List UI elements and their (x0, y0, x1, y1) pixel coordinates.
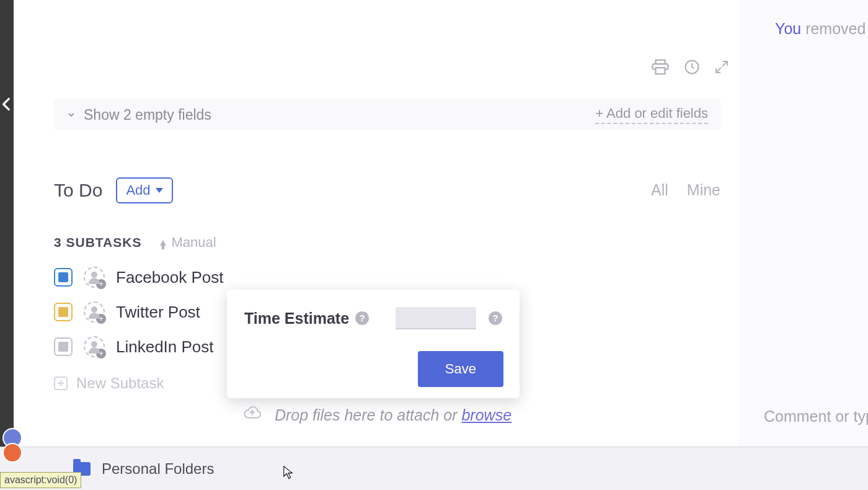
chevron-down-icon (66, 110, 76, 120)
subtasks-meta-row: 3 SUBTASKS Manual (54, 234, 216, 251)
subtasks-count-label: 3 SUBTASKS (54, 235, 141, 250)
activity-panel: You removed th Comment or typ (739, 0, 868, 447)
new-subtask-row[interactable]: New Subtask (54, 375, 223, 392)
expand-icon[interactable] (714, 60, 729, 74)
avatar[interactable] (2, 443, 22, 463)
subtask-title[interactable]: Facebook Post (116, 268, 223, 287)
status-bar-tooltip: avascript:void(0) (0, 472, 81, 488)
subtask-title[interactable]: Twitter Post (116, 303, 200, 322)
folder-label[interactable]: Personal Folders (102, 460, 214, 478)
svg-line-4 (716, 68, 721, 73)
plus-icon: + (96, 349, 106, 359)
time-estimate-popover: Time Estimate ? ? Save (227, 290, 520, 398)
subtask-list: + Facebook Post + Twitter Post + LinkedI… (54, 267, 223, 392)
show-empty-fields-toggle[interactable]: Show 2 empty fields (66, 107, 211, 123)
help-icon[interactable]: ? (489, 311, 502, 325)
task-detail-panel: Show 2 empty fields + Add or edit fields… (14, 0, 739, 447)
print-icon[interactable] (651, 58, 670, 76)
add-button-label: Add (126, 182, 150, 198)
help-icon[interactable]: ? (355, 311, 369, 325)
sort-mode-label: Manual (171, 234, 216, 251)
subtask-row: + LinkedIn Post (54, 336, 223, 357)
activity-text: removed th (801, 20, 868, 37)
background-folder-bar: Personal Folders (0, 447, 868, 490)
filter-all-tab[interactable]: All (651, 181, 668, 199)
dropzone-text: Drop files here to attach or (275, 406, 462, 424)
header-action-icons (651, 58, 729, 76)
todo-header-row: To Do Add (54, 177, 720, 203)
svg-rect-1 (656, 68, 665, 74)
svg-line-3 (722, 61, 727, 66)
activity-actor: You (775, 20, 801, 37)
subtask-title[interactable]: LinkedIn Post (116, 337, 214, 357)
plus-icon: + (96, 279, 106, 289)
show-empty-fields-label: Show 2 empty fields (84, 107, 211, 123)
subtask-row: + Facebook Post (54, 267, 223, 288)
caret-down-icon (156, 188, 163, 193)
time-estimate-label: Time Estimate (244, 310, 349, 327)
history-icon[interactable] (683, 58, 701, 76)
arrow-up-icon (160, 240, 166, 246)
status-box-icon[interactable] (54, 303, 73, 321)
plus-square-icon (54, 376, 68, 390)
time-estimate-input[interactable] (396, 307, 476, 329)
custom-fields-bar: Show 2 empty fields + Add or edit fields (54, 99, 720, 130)
close-panel-chevron-icon[interactable] (0, 93, 17, 118)
new-subtask-label: New Subtask (76, 375, 164, 392)
add-edit-fields-link[interactable]: + Add or edit fields (595, 105, 708, 124)
cloud-upload-icon (241, 404, 264, 426)
section-title: To Do (54, 180, 102, 201)
attachment-dropzone[interactable]: Drop files here to attach or browse (14, 404, 739, 426)
assignee-avatar[interactable]: + (84, 336, 105, 357)
subtask-row: + Twitter Post (54, 301, 223, 323)
comment-input-placeholder[interactable]: Comment or typ (764, 408, 868, 425)
assignee-avatar[interactable]: + (84, 267, 105, 288)
status-box-icon[interactable] (54, 337, 73, 356)
save-button[interactable]: Save (418, 351, 503, 387)
activity-entry: You removed th (775, 20, 868, 38)
mouse-cursor-icon (283, 465, 294, 480)
assignee-avatar[interactable]: + (84, 301, 105, 323)
sort-mode-button[interactable]: Manual (160, 234, 216, 251)
presence-avatars (2, 433, 22, 463)
browse-link[interactable]: browse (461, 406, 512, 424)
status-box-icon[interactable] (54, 268, 73, 287)
add-subtask-button[interactable]: Add (116, 177, 172, 203)
filter-mine-tab[interactable]: Mine (687, 181, 720, 199)
subtask-filter-tabs: All Mine (651, 181, 720, 199)
plus-icon: + (96, 314, 106, 324)
